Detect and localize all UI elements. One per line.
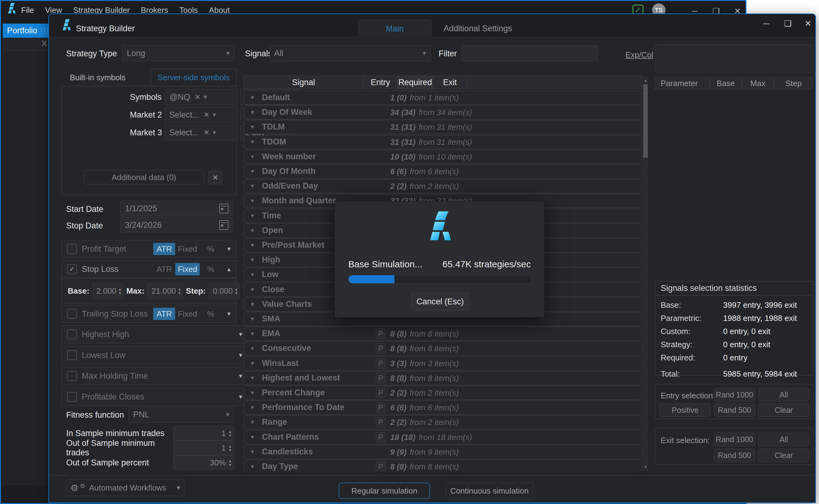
trailing-stop-loss-checkbox[interactable] <box>67 309 77 319</box>
chevron-down-icon[interactable]: ▾ <box>251 463 254 470</box>
stop-loss-row[interactable]: ✓ Stop Loss ATR Fixed % ▴ <box>61 260 236 278</box>
chevron-down-icon[interactable]: ▾ <box>239 372 242 380</box>
additional-data-button[interactable]: Additional data (0) <box>84 170 204 184</box>
base-stepper[interactable]: 2.000 ▴▾ <box>92 283 123 299</box>
chevron-down-icon[interactable]: ▾ <box>227 310 231 318</box>
signal-row[interactable]: ▾Highest and LowestP8 (8)from 8 item(s) <box>244 371 642 385</box>
symbol-select[interactable]: @NQ ✕ ▾ <box>165 89 238 105</box>
window-minimize-button[interactable]: ─ <box>759 17 774 30</box>
atr-chip[interactable]: ATR <box>153 263 175 275</box>
step-stepper[interactable]: 0.000 ▴▾ <box>209 283 240 299</box>
clear-icon[interactable]: ✕ <box>194 93 201 101</box>
sidebar-close-button[interactable]: X <box>42 39 47 48</box>
tab-main[interactable]: Main <box>358 20 431 38</box>
exit-rand-500-button[interactable]: Rand 500 <box>714 449 755 462</box>
scroll-up-icon[interactable]: ▴ <box>643 77 648 84</box>
chevron-down-icon[interactable]: ▾ <box>251 241 254 249</box>
filter-input[interactable] <box>461 45 598 61</box>
automated-workflows-button[interactable]: ⚙ ⚙ Automated Workflows ▾ <box>66 480 184 496</box>
option-checkbox[interactable] <box>67 392 77 402</box>
chevron-down-icon[interactable]: ▾ <box>251 108 254 116</box>
spinner-arrows-icon[interactable]: ▴▾ <box>229 429 231 437</box>
sample-stepper[interactable]: 1 ▴▾ <box>173 441 234 455</box>
stop-loss-checkbox[interactable]: ✓ <box>67 264 77 274</box>
chevron-down-icon[interactable]: ▾ <box>251 389 254 396</box>
chevron-down-icon[interactable]: ▾ <box>251 286 254 293</box>
chevron-down-icon[interactable]: ▾ <box>251 433 254 441</box>
fitness-function-select[interactable]: PNL ▾ <box>129 407 234 423</box>
chevron-down-icon[interactable]: ▾ <box>251 94 254 101</box>
chevron-down-icon[interactable]: ▾ <box>239 351 242 359</box>
entry-rand-1000-button[interactable]: Rand 1000 <box>714 388 755 401</box>
chevron-up-icon[interactable]: ▴ <box>227 265 231 273</box>
signal-row[interactable]: ▾Day TypeP8 (8)from 8 item(s) <box>244 460 642 472</box>
chevron-down-icon[interactable]: ▾ <box>251 300 254 308</box>
atr-chip[interactable]: ATR <box>153 243 175 255</box>
chevron-down-icon[interactable]: ▾ <box>251 374 254 382</box>
stop-date-input[interactable]: 3/24/2026 <box>120 217 233 233</box>
spinner-arrows-icon[interactable]: ▴▾ <box>229 459 231 467</box>
symbols-clear-button[interactable]: ✕ <box>208 171 222 184</box>
chevron-down-icon[interactable]: ▾ <box>251 315 254 322</box>
fixed-chip[interactable]: Fixed <box>175 308 200 320</box>
option-checkbox[interactable] <box>67 329 77 339</box>
regular-simulation-button[interactable]: Regular simulation <box>339 483 430 499</box>
trailing-stop-loss-row[interactable]: Trailing Stop Loss ATR Fixed % ▾ <box>61 305 236 323</box>
chevron-down-icon[interactable]: ▾ <box>251 359 254 367</box>
chevron-down-icon[interactable]: ▾ <box>251 418 254 426</box>
chevron-down-icon[interactable]: ▾ <box>251 123 254 130</box>
spinner-arrows-icon[interactable]: ▴▾ <box>235 287 238 295</box>
signal-row[interactable]: ▾Day Of Month6 (6)from 6 item(s) <box>244 164 642 179</box>
chevron-down-icon[interactable]: ▾ <box>251 167 254 175</box>
spinner-arrows-icon[interactable]: ▴▾ <box>119 287 121 295</box>
signal-row[interactable]: ▾Default1 (0)from 1 item(s) <box>244 91 642 105</box>
start-date-input[interactable]: 1/1/2025 <box>120 201 233 216</box>
chevron-down-icon[interactable]: ▾ <box>251 404 254 411</box>
signal-row[interactable]: ▾WinsLastP3 (3)from 3 item(s) <box>244 356 642 370</box>
fixed-chip[interactable]: Fixed <box>175 243 200 255</box>
chevron-down-icon[interactable]: ▾ <box>251 256 254 263</box>
signals-select[interactable]: All ▾ <box>270 45 431 61</box>
chevron-down-icon[interactable]: ▾ <box>251 197 254 204</box>
percent-chip[interactable]: % <box>200 308 222 320</box>
chevron-down-icon[interactable]: ▾ <box>251 271 254 278</box>
symbol-select[interactable]: Select... ✕ ▾ <box>165 125 238 141</box>
strategy-type-select[interactable]: Long ▾ <box>122 45 234 61</box>
cancel-button[interactable]: Cancel (Esc) <box>411 293 469 310</box>
signal-row[interactable]: ▾Week number10 (10)from 10 item(s) <box>244 150 642 164</box>
option-row[interactable]: Lowest Low ▾ <box>61 346 248 364</box>
profit-target-row[interactable]: Profit Target ATR Fixed % ▾ <box>61 240 236 258</box>
fixed-chip[interactable]: Fixed <box>175 263 200 275</box>
tab-additional-settings[interactable]: Additional Settings <box>441 20 515 37</box>
sample-stepper[interactable]: 30% ▴▾ <box>173 455 234 470</box>
exp-col-link[interactable]: Exp/Col <box>625 50 653 60</box>
max-stepper[interactable]: 21.000 ▴▾ <box>148 283 183 299</box>
chevron-down-icon[interactable]: ▾ <box>251 330 254 337</box>
column-step[interactable]: Step <box>774 77 813 89</box>
column-base[interactable]: Base <box>710 77 742 89</box>
column-required[interactable]: Required <box>398 76 433 89</box>
spinner-arrows-icon[interactable]: ▴▾ <box>229 444 231 452</box>
spinner-arrows-icon[interactable]: ▴▾ <box>178 287 181 295</box>
chevron-down-icon[interactable]: ▾ <box>251 153 254 160</box>
sample-stepper[interactable]: 1 ▴▾ <box>173 426 234 441</box>
tab-server-side-symbols[interactable]: Server-side symbols <box>151 69 236 86</box>
symbol-select[interactable]: Select... ✕ ▾ <box>165 107 238 123</box>
chevron-down-icon[interactable]: ▾ <box>251 227 254 234</box>
chevron-down-icon[interactable]: ▾ <box>251 182 254 190</box>
continuous-simulation-button[interactable]: Continuous simulation <box>446 483 533 499</box>
entry-clear-button[interactable]: Clear <box>758 403 810 417</box>
calendar-icon[interactable] <box>219 220 228 230</box>
option-row[interactable]: Highest High ▾ <box>61 325 248 344</box>
signal-row[interactable]: ▾Day Of Week34 (34)from 34 item(s) <box>244 105 642 119</box>
option-checkbox[interactable] <box>67 371 77 381</box>
percent-chip[interactable]: % <box>200 263 222 275</box>
scroll-down-icon[interactable]: ▾ <box>643 464 648 470</box>
atr-chip[interactable]: ATR <box>153 308 175 320</box>
chevron-down-icon[interactable]: ▾ <box>251 344 254 352</box>
window-close-button[interactable]: ✕ <box>801 17 815 30</box>
signal-row[interactable]: ▾ConsecutiveP8 (8)from 8 item(s) <box>244 341 642 355</box>
chevron-down-icon[interactable]: ▾ <box>251 448 254 455</box>
sidebar-tab-portfolio[interactable]: Portfolio <box>3 24 49 38</box>
exit-all-button[interactable]: All <box>758 433 810 446</box>
